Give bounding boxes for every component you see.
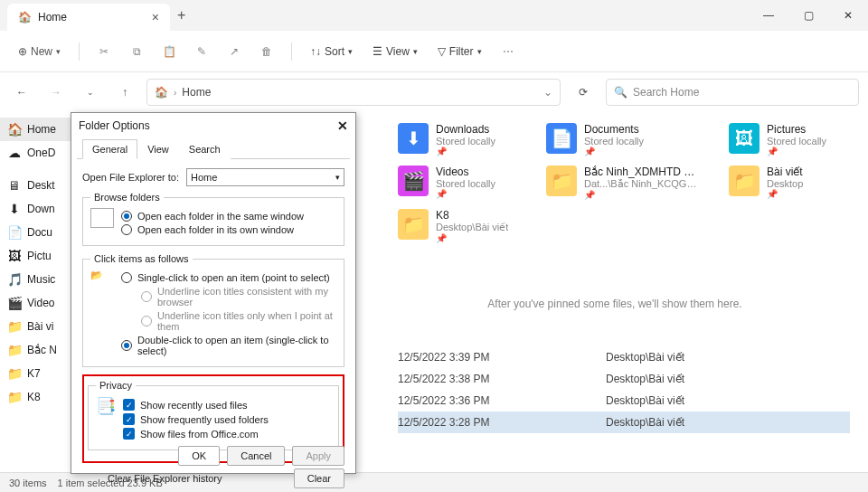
quick-access-item[interactable]: 📁K8Desktop\Bài viết📌 xyxy=(398,209,519,243)
delete-button[interactable]: 🗑 xyxy=(253,38,280,65)
sidebar-item[interactable]: 📁Bài vi xyxy=(0,315,71,338)
recent-locations-button[interactable]: ⌄ xyxy=(78,80,103,105)
sidebar-item[interactable]: 🏠Home xyxy=(0,118,71,141)
search-placeholder: Search Home xyxy=(633,86,699,99)
sidebar-item[interactable]: 🖥Deskt xyxy=(0,174,71,197)
recent-date: 12/5/2022 3:36 PM xyxy=(398,394,606,407)
click-folder-icon: 📂 xyxy=(90,270,114,289)
sidebar-item-label: Music xyxy=(27,273,55,286)
check-recent-files[interactable]: ✓Show recently used files xyxy=(123,399,331,411)
window-tab[interactable]: 🏠 Home × xyxy=(7,4,170,31)
dialog-close-button[interactable]: ✕ xyxy=(337,118,348,133)
quick-access-item[interactable]: 🎬VideosStored locally📌 xyxy=(398,166,519,200)
item-subtitle: Stored locally xyxy=(436,178,495,189)
tab-view[interactable]: View xyxy=(137,139,179,159)
home-icon: 🏠 xyxy=(155,86,168,99)
close-button[interactable]: ✕ xyxy=(828,0,868,31)
cancel-button[interactable]: Cancel xyxy=(227,446,285,466)
sidebar-item-label: Home xyxy=(27,123,56,136)
sidebar-item-label: Bắc N xyxy=(27,344,57,356)
rename-button[interactable]: ✎ xyxy=(188,38,215,65)
sidebar-item[interactable]: 📁K7 xyxy=(0,362,71,385)
quick-access-item[interactable]: 📁Bắc Ninh_XDMHTD KTSX ...Dat...\Bắc Ninh… xyxy=(546,166,702,200)
sidebar-item[interactable]: 📁K8 xyxy=(0,385,71,409)
copy-button[interactable]: ⧉ xyxy=(123,38,150,65)
tab-search[interactable]: Search xyxy=(179,139,231,159)
recent-file-row[interactable]: 12/5/2022 3:28 PMDesktop\Bài viết xyxy=(398,412,850,433)
sidebar-item[interactable]: 📄Docu xyxy=(0,221,71,244)
tab-close-icon[interactable]: × xyxy=(152,10,159,24)
sidebar-item[interactable]: 🎬Video xyxy=(0,291,71,315)
minimize-button[interactable]: — xyxy=(749,0,788,31)
back-button[interactable]: ← xyxy=(9,80,34,105)
sidebar-item-label: K7 xyxy=(27,367,41,380)
filter-button[interactable]: ▽ Filter ▾ xyxy=(430,42,489,62)
recent-location: Desktop\Bài viết xyxy=(606,416,684,429)
radio-same-window[interactable]: Open each folder in the same window xyxy=(121,211,336,222)
check-office-files[interactable]: ✓Show files from Office.com xyxy=(123,428,331,440)
toolbar: ⊕ New ▾ ✂ ⧉ 📋 ✎ ↗ 🗑 ↑↓ Sort ▾ ☰ View ▾ ▽… xyxy=(0,31,868,72)
check-frequent-folders[interactable]: ✓Show frequently used folders xyxy=(123,413,331,425)
dialog-title: Folder Options xyxy=(79,119,150,132)
cut-button[interactable]: ✂ xyxy=(90,38,118,65)
recent-file-row[interactable]: 12/5/2022 3:39 PMDesktop\Bài viết xyxy=(398,346,850,368)
recent-location: Desktop\Bài viết xyxy=(606,351,684,364)
up-button[interactable]: ↑ xyxy=(112,80,137,105)
more-button[interactable]: ⋯ xyxy=(495,38,522,65)
pin-icon: 📌 xyxy=(584,190,702,200)
sidebar-icon: 📁 xyxy=(7,390,22,404)
status-item-count: 30 items xyxy=(9,478,47,488)
sidebar-icon: 🖥 xyxy=(7,178,22,193)
paste-button[interactable]: 📋 xyxy=(156,38,183,65)
sidebar-item[interactable]: 📁Bắc N xyxy=(0,338,71,362)
item-subtitle: Stored locally xyxy=(767,136,826,147)
maximize-button[interactable]: ▢ xyxy=(788,0,828,31)
radio-own-window[interactable]: Open each folder in its own window xyxy=(121,224,336,235)
privacy-icon: 📑 xyxy=(96,396,116,442)
item-title: Bài viết xyxy=(767,166,803,178)
search-input[interactable]: 🔍 Search Home xyxy=(606,79,859,106)
sidebar-icon: 📁 xyxy=(7,366,22,381)
sidebar-icon: ☁ xyxy=(7,146,22,160)
apply-button[interactable]: Apply xyxy=(292,446,344,466)
sidebar-item[interactable]: ☁OneD xyxy=(0,141,71,165)
folder-options-dialog: Folder Options ✕ General View Search Ope… xyxy=(71,112,356,474)
chevron-down-icon[interactable]: ⌄ xyxy=(543,86,552,99)
view-button[interactable]: ☰ View ▾ xyxy=(365,42,425,62)
clear-history-label: Clear File Explorer history xyxy=(108,473,222,484)
radio-double-click[interactable]: Double-click to open an item (single-cli… xyxy=(121,335,336,356)
new-button[interactable]: ⊕ New ▾ xyxy=(11,42,68,62)
refresh-button[interactable]: ⟳ xyxy=(570,79,597,106)
sidebar-item[interactable]: ⬇Down xyxy=(0,197,71,221)
quick-access-item[interactable]: 🖼PicturesStored locally📌 xyxy=(729,123,850,156)
recent-date: 12/5/2022 3:28 PM xyxy=(398,416,606,429)
sort-button[interactable]: ↑↓ Sort ▾ xyxy=(303,42,360,62)
radio-underline-point: Underline icon titles only when I point … xyxy=(141,310,336,332)
item-title: Bắc Ninh_XDMHTD KTSX ... xyxy=(584,166,702,178)
sidebar-item[interactable]: 🎵Music xyxy=(0,268,71,291)
new-tab-button[interactable]: + xyxy=(177,7,185,24)
search-icon: 🔍 xyxy=(614,86,627,99)
recent-file-row[interactable]: 12/5/2022 3:36 PMDesktop\Bài viết xyxy=(398,390,850,412)
recent-date: 12/5/2022 3:38 PM xyxy=(398,373,606,385)
pin-icon: 📌 xyxy=(584,147,644,156)
item-title: Videos xyxy=(436,166,495,178)
quick-access-item[interactable]: ⬇DownloadsStored locally📌 xyxy=(398,123,519,156)
clear-button[interactable]: Clear xyxy=(294,468,344,488)
recent-file-row[interactable]: 12/5/2022 3:38 PMDesktop\Bài viết xyxy=(398,368,850,390)
sidebar-item[interactable]: 🖼Pictu xyxy=(0,244,71,268)
ok-button[interactable]: OK xyxy=(178,446,220,466)
forward-button[interactable]: → xyxy=(43,80,69,105)
breadcrumb[interactable]: 🏠 › Home ⌄ xyxy=(146,79,561,106)
sidebar-icon: 🎵 xyxy=(7,272,22,287)
open-explorer-select[interactable]: Home▾ xyxy=(186,168,344,186)
sidebar-icon: 📁 xyxy=(7,343,22,357)
radio-single-click[interactable]: Single-click to open an item (point to s… xyxy=(121,272,336,283)
tab-general[interactable]: General xyxy=(82,139,137,159)
share-button[interactable]: ↗ xyxy=(221,38,248,65)
pin-icon: 📌 xyxy=(436,189,495,199)
quick-access-item[interactable]: 📁Bài viếtDesktop📌 xyxy=(729,166,850,200)
item-title: K8 xyxy=(436,209,508,222)
quick-access-item[interactable]: 📄DocumentsStored locally📌 xyxy=(546,123,702,156)
item-subtitle: Desktop xyxy=(767,178,803,189)
